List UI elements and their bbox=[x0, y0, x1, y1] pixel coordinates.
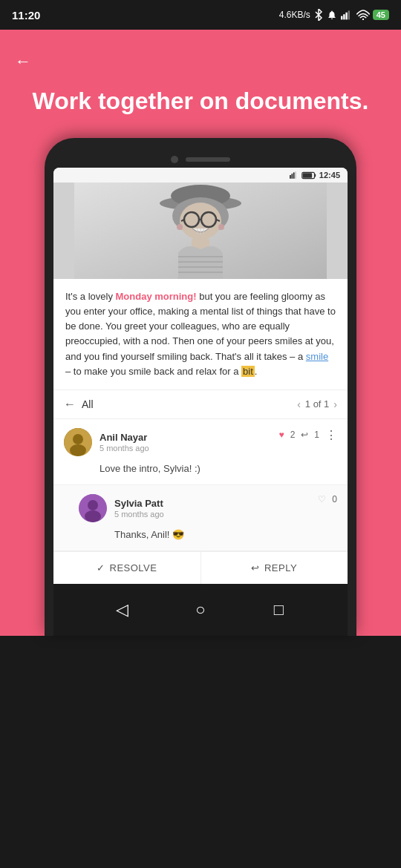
comment-time-sylvia: 5 months ago bbox=[114, 510, 164, 519]
more-options-button[interactable]: ⋮ bbox=[325, 428, 337, 442]
article-image bbox=[53, 183, 348, 279]
system-time: 11:20 bbox=[12, 9, 40, 22]
svg-rect-2 bbox=[345, 13, 347, 20]
svg-point-36 bbox=[88, 500, 98, 510]
svg-rect-11 bbox=[303, 173, 313, 178]
signal-icon bbox=[341, 10, 353, 20]
svg-rect-1 bbox=[343, 14, 345, 19]
back-nav-button[interactable]: ◁ bbox=[104, 595, 141, 625]
resolve-label: RESOLVE bbox=[110, 562, 157, 573]
reply-label: REPLY bbox=[264, 562, 297, 573]
svg-rect-0 bbox=[341, 16, 342, 20]
author-info-sylvia: Sylvia Patt 5 months ago bbox=[114, 498, 164, 519]
phone-time: 12:45 bbox=[319, 171, 340, 180]
pagination-control: ‹ 1 of 1 › bbox=[297, 398, 337, 410]
status-icons: 4.6KB/s bbox=[279, 9, 370, 21]
next-comment-button[interactable]: › bbox=[333, 398, 337, 410]
comment-actions-sylvia: ♡ 0 bbox=[318, 494, 337, 504]
svg-point-37 bbox=[85, 510, 101, 522]
speaker-grille bbox=[186, 157, 230, 162]
reply-comment-item: Sylvia Patt 5 months ago ♡ 0 Thanks, Ani… bbox=[53, 485, 348, 551]
network-speed: 4.6KB/s bbox=[279, 10, 310, 20]
wifi-icon bbox=[356, 10, 370, 20]
phone-nav-bar: ◁ ○ □ bbox=[53, 584, 348, 636]
comment-item: Anil Nayar 5 months ago ♥ 2 ↩ 1 ⋮ Love t… bbox=[53, 419, 348, 485]
comment-actions-anil: ♥ 2 ↩ 1 ⋮ bbox=[279, 428, 338, 442]
avatar-sylvia bbox=[79, 494, 107, 522]
avatar-anil bbox=[64, 428, 92, 456]
hero-title: Work together on documents. bbox=[33, 86, 369, 116]
device-bottom bbox=[0, 636, 401, 695]
phone-screen: 12:45 bbox=[53, 168, 348, 584]
bit-highlight: bit bbox=[241, 366, 255, 377]
phone-top bbox=[53, 150, 348, 163]
comment-author-row: Anil Nayar 5 months ago bbox=[64, 428, 149, 456]
reply-comment-header: Sylvia Patt 5 months ago ♡ 0 bbox=[79, 494, 337, 522]
checkmark-icon: ✓ bbox=[97, 562, 105, 573]
phone-notch bbox=[68, 156, 333, 163]
svg-rect-5 bbox=[290, 175, 291, 179]
comments-header: ← All ‹ 1 of 1 › bbox=[53, 390, 348, 419]
svg-point-30 bbox=[177, 224, 183, 230]
reply-text-sylvia: Thanks, Anil! 😎 bbox=[114, 528, 337, 542]
comment-header: Anil Nayar 5 months ago ♥ 2 ↩ 1 ⋮ bbox=[64, 428, 337, 456]
smile-link: smile bbox=[306, 351, 328, 362]
back-button[interactable]: ← bbox=[15, 52, 31, 71]
bell-icon bbox=[327, 10, 337, 20]
svg-point-33 bbox=[73, 434, 83, 444]
svg-rect-7 bbox=[293, 172, 295, 178]
comment-footer: ✓ RESOLVE ↩ REPLY bbox=[53, 551, 348, 584]
recent-nav-button[interactable]: □ bbox=[260, 595, 297, 625]
svg-rect-3 bbox=[348, 10, 349, 19]
bluetooth-icon bbox=[314, 9, 323, 21]
svg-point-31 bbox=[218, 224, 224, 230]
resolve-button[interactable]: ✓ RESOLVE bbox=[53, 552, 201, 584]
author-name-sylvia: Sylvia Patt bbox=[114, 498, 164, 509]
heart-outline-icon[interactable]: ♡ bbox=[318, 494, 326, 504]
article-content: It's a lovely Monday morning! but you ar… bbox=[53, 279, 348, 390]
reply-inner: Sylvia Patt 5 months ago ♡ 0 Thanks, Ani… bbox=[79, 494, 337, 542]
svg-rect-6 bbox=[291, 174, 293, 179]
comment-time-anil: 5 months ago bbox=[100, 444, 149, 453]
pagination-text: 1 of 1 bbox=[305, 398, 330, 410]
prev-comment-button[interactable]: ‹ bbox=[297, 398, 301, 410]
phone-mockup: 12:45 bbox=[45, 138, 356, 636]
comment-text-anil: Love the intro, Sylvia! :) bbox=[100, 462, 337, 476]
heart-count: 2 bbox=[290, 430, 296, 440]
reply-icon: ↩ bbox=[301, 430, 308, 440]
status-indicators: 4.6KB/s 45 bbox=[279, 9, 389, 21]
phone-battery-icon bbox=[301, 171, 316, 180]
reply-button[interactable]: ↩ REPLY bbox=[201, 552, 348, 584]
svg-rect-8 bbox=[295, 171, 296, 179]
monday-highlight: Monday morning! bbox=[116, 291, 197, 302]
phone-signal-icon bbox=[290, 171, 299, 179]
comments-back-button[interactable]: ← bbox=[64, 398, 76, 411]
comments-nav: ← All bbox=[64, 398, 94, 411]
reply-author-row: Sylvia Patt 5 months ago bbox=[79, 494, 164, 522]
battery-indicator: 45 bbox=[373, 10, 389, 20]
author-info-anil: Anil Nayar 5 months ago bbox=[100, 432, 149, 453]
svg-point-34 bbox=[70, 444, 86, 456]
reply-heart-count: 0 bbox=[332, 494, 337, 504]
person-illustration bbox=[74, 183, 327, 279]
svg-rect-10 bbox=[314, 174, 316, 177]
reply-arrow-icon: ↩ bbox=[251, 562, 260, 573]
heart-icon[interactable]: ♥ bbox=[279, 430, 284, 440]
home-nav-button[interactable]: ○ bbox=[182, 595, 219, 625]
phone-status-bar: 12:45 bbox=[53, 168, 348, 183]
reply-count: 1 bbox=[314, 430, 319, 440]
author-name-anil: Anil Nayar bbox=[100, 432, 149, 443]
comments-filter-all[interactable]: All bbox=[82, 398, 94, 410]
hero-section: ← Work together on documents. bbox=[0, 30, 401, 636]
svg-point-4 bbox=[362, 19, 364, 20]
system-status-bar: 11:20 4.6KB/s bbox=[0, 0, 401, 30]
front-camera bbox=[171, 156, 178, 163]
